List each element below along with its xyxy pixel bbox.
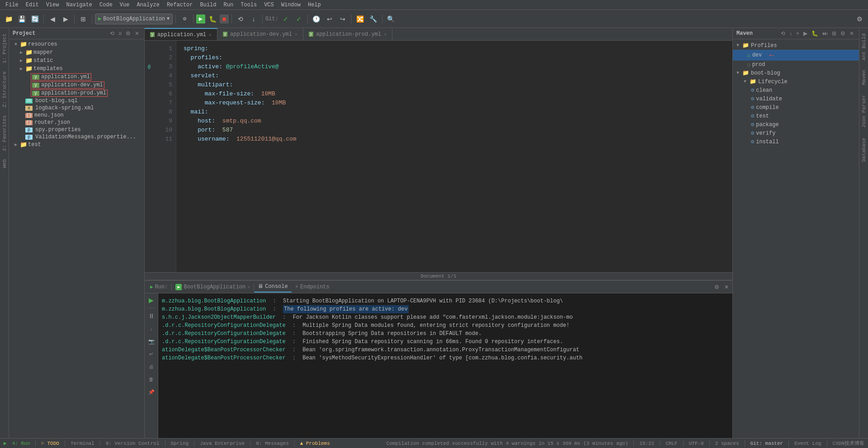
menu-run[interactable]: Run: [220, 0, 237, 10]
maven-lifecycle-item[interactable]: ▼ 📁 Lifecycle: [733, 77, 859, 86]
maven-profiles-item[interactable]: ▼ 📁 Profiles: [733, 41, 859, 50]
right-json-parser-tab[interactable]: Json Parser: [860, 91, 868, 132]
status-event-log[interactable]: Event Log: [794, 441, 821, 446]
maven-prod-item[interactable]: ☐ prod: [733, 61, 859, 69]
menu-build[interactable]: Build: [197, 0, 220, 10]
menu-refactor[interactable]: Refactor: [163, 0, 197, 10]
console-pause-btn[interactable]: ⏸: [146, 311, 156, 321]
console-camera-btn[interactable]: 📷: [146, 336, 156, 346]
console-run-btn[interactable]: ▶: [146, 295, 156, 305]
maven-test-item[interactable]: ⚙ test: [733, 112, 859, 120]
tab-endpoints[interactable]: ⚡ Endpoints: [292, 282, 333, 292]
toolbar-view-btn[interactable]: ⊞: [77, 13, 89, 25]
tree-item-menu-json[interactable]: {} menu.json: [9, 112, 144, 119]
tree-item-spy-prop[interactable]: p spy.properties: [9, 126, 144, 133]
maven-verify-item[interactable]: ⚙ verify: [733, 129, 859, 137]
menu-file[interactable]: File: [2, 0, 22, 10]
sidebar-web-tab[interactable]: Web: [1, 156, 8, 172]
git-check-btn[interactable]: ✓: [280, 13, 292, 25]
maven-package-item[interactable]: ⚙ package: [733, 120, 859, 129]
menu-view[interactable]: View: [42, 0, 63, 10]
maven-add-btn[interactable]: +: [795, 30, 801, 37]
toolbar-back-btn[interactable]: ◀: [47, 13, 58, 25]
tree-item-logback-xml[interactable]: x logback-spring.xml: [9, 104, 144, 112]
run-button[interactable]: ▶: [196, 14, 205, 24]
maven-debug-btn[interactable]: 🐛: [810, 30, 820, 37]
bottom-settings-btn[interactable]: ⚙: [712, 283, 721, 291]
status-todo[interactable]: ⚐ TODO: [41, 440, 59, 446]
toolbar-vcs2-btn[interactable]: 🔀: [354, 13, 366, 25]
maven-settings-icon[interactable]: ⚙: [839, 30, 847, 37]
toolbar-vcs3-btn[interactable]: 🔧: [368, 13, 379, 25]
menu-vue[interactable]: Vue: [116, 0, 133, 10]
tree-item-application-yml[interactable]: y application.yml: [9, 73, 144, 81]
toolbar-sync-btn[interactable]: 🔄: [29, 13, 41, 25]
maven-close-btn[interactable]: ✕: [848, 30, 855, 37]
toolbar-vcs-btn[interactable]: ⟲: [235, 13, 246, 25]
toolbar-save-btn[interactable]: 💾: [16, 13, 28, 25]
menu-help[interactable]: Help: [304, 0, 325, 10]
status-spaces[interactable]: 2 spaces: [715, 441, 739, 446]
toolbar-open-btn[interactable]: 📁: [3, 13, 14, 25]
maven-sync-btn[interactable]: ⟲: [779, 30, 787, 37]
tree-item-validation-prop[interactable]: p ValidationMessages.propertie...: [9, 133, 144, 141]
tab-application-yml[interactable]: y application.yml ✕: [145, 28, 217, 41]
tab-close-1[interactable]: ✕: [209, 32, 212, 38]
status-problems[interactable]: ▲ Problems: [300, 441, 330, 446]
tree-item-templates[interactable]: ▶ 📁 templates: [9, 65, 144, 73]
maven-clean-item[interactable]: ⚙ clean: [733, 86, 859, 94]
maven-compile-item[interactable]: ⚙ compile: [733, 103, 859, 112]
toolbar-edit-config-btn[interactable]: ⚙: [179, 13, 190, 25]
status-terminal[interactable]: Terminal: [71, 441, 94, 446]
menu-window[interactable]: Window: [278, 0, 304, 10]
maven-validate-item[interactable]: ⚙ validate: [733, 94, 859, 103]
tab-application-dev-yml[interactable]: y application-dev.yml ✕: [217, 28, 303, 41]
tab-console[interactable]: 🖥 Console: [254, 281, 291, 292]
stop-button[interactable]: ■: [220, 14, 229, 24]
project-settings-icon[interactable]: ⚙: [124, 30, 132, 37]
tab-close-2[interactable]: ✕: [295, 32, 297, 37]
toolbar-redo-btn[interactable]: ↪: [337, 13, 349, 25]
status-git[interactable]: Git: master: [750, 441, 783, 446]
run-app-close[interactable]: ✕: [247, 284, 250, 290]
tree-item-mapper[interactable]: ▶ 📁 mapper: [9, 48, 144, 57]
menu-analyze[interactable]: Analyze: [133, 0, 163, 10]
sidebar-project-tab[interactable]: 1: Project: [1, 30, 8, 67]
menu-edit[interactable]: Edit: [22, 0, 42, 10]
sidebar-structure-tab[interactable]: Z: Structure: [1, 68, 8, 111]
toolbar-forward-btn[interactable]: ▶: [60, 13, 71, 25]
code-content[interactable]: spring: profiles: active: @profileActive…: [176, 41, 732, 272]
status-messages[interactable]: 0: Messages: [256, 441, 289, 446]
console-wrap-btn[interactable]: ↵: [146, 349, 156, 359]
maven-toggle-btn[interactable]: ⊞: [830, 30, 838, 37]
tree-item-router-json[interactable]: {} router.json: [9, 119, 144, 126]
sidebar-favorites-tab[interactable]: 2: Favorites: [1, 112, 8, 155]
maven-dev-item[interactable]: ☑ dev ←: [733, 50, 859, 61]
maven-boot-blog-item[interactable]: ▼ 📁 boot-blog: [733, 69, 859, 77]
console-print-btn[interactable]: 🖨: [146, 362, 156, 372]
maven-run-btn[interactable]: ▶: [802, 30, 809, 37]
tree-item-application-dev-yml[interactable]: y application-dev.yml: [9, 81, 144, 89]
status-spring[interactable]: Spring: [171, 441, 189, 446]
status-crlf[interactable]: CRLF: [665, 441, 677, 446]
maven-skip-btn[interactable]: ⏭: [821, 30, 829, 37]
toolbar-settings-btn[interactable]: ⚙: [854, 13, 865, 25]
toolbar-search-btn[interactable]: 🔍: [385, 13, 397, 25]
bottom-close-btn[interactable]: ✕: [722, 283, 731, 291]
project-sync-icon[interactable]: ⟲: [108, 30, 116, 37]
tab-application-prod-yml[interactable]: y application-prod.yml ✕: [303, 28, 392, 41]
tree-item-test[interactable]: ▶ 📁 test: [9, 141, 144, 149]
status-vc[interactable]: 9: Version Control: [106, 441, 160, 446]
project-collapse-icon[interactable]: ≡: [117, 30, 123, 37]
menu-navigate[interactable]: Navigate: [62, 0, 96, 10]
tab-close-3[interactable]: ✕: [384, 32, 387, 37]
tree-item-resources[interactable]: ▼ 📁 resources: [9, 40, 144, 48]
right-ant-build-tab[interactable]: Ant Build: [860, 30, 868, 64]
maven-install-item[interactable]: ⚙ install: [733, 137, 859, 146]
menu-tools[interactable]: Tools: [237, 0, 260, 10]
status-charset[interactable]: UTF-8: [689, 441, 704, 446]
project-selector[interactable]: ▶ BootBlogApplication ▼: [95, 14, 173, 24]
toolbar-history-btn[interactable]: 🕐: [311, 13, 322, 25]
debug-button[interactable]: 🐛: [207, 13, 218, 25]
tree-item-application-prod-yml[interactable]: y application-prod.yml: [9, 89, 144, 97]
